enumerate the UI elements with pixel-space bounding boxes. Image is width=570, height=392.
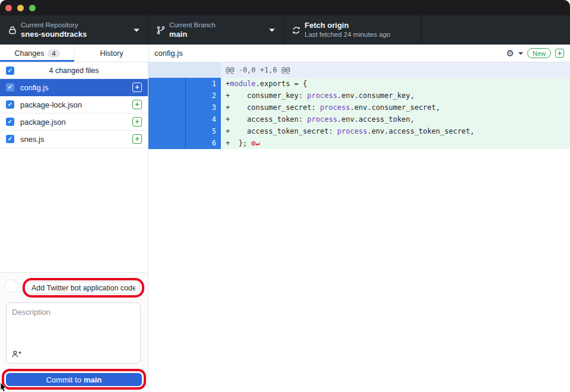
- diff-added-icon: +: [555, 49, 564, 58]
- current-branch-dropdown[interactable]: Current Branch main: [148, 15, 284, 45]
- lock-icon: [8, 26, 17, 35]
- toolbar: Current Repository snes-soundtracks Curr…: [0, 15, 570, 45]
- git-branch-icon: [156, 26, 166, 35]
- fetch-origin-button[interactable]: Fetch origin Last fetched 24 minutes ago: [284, 15, 422, 45]
- file-name: config.js: [20, 83, 132, 92]
- diff-gutter-old[interactable]: [148, 90, 185, 102]
- diff-hunk-text: @@ -0,0 +1,6 @@: [221, 62, 570, 78]
- diff-gutter-old[interactable]: [148, 125, 185, 137]
- close-button[interactable]: [5, 5, 12, 11]
- chevron-down-icon[interactable]: [518, 52, 523, 55]
- commit-button[interactable]: Commit to main: [6, 373, 142, 386]
- diff-gutter-new[interactable]: 6: [185, 137, 221, 149]
- zoom-button[interactable]: [29, 5, 36, 11]
- file-name: snes.js: [20, 135, 132, 144]
- diff-code-text: +module.exports = {: [221, 78, 570, 90]
- file-added-icon: +: [132, 134, 142, 144]
- minimize-button[interactable]: [17, 5, 24, 11]
- file-added-icon: +: [132, 117, 142, 127]
- fetch-subtitle: Last fetched 24 minutes ago: [305, 30, 391, 39]
- tab-history-label: History: [100, 49, 124, 58]
- diff-hunk-gutter: [148, 62, 221, 78]
- file-row-package.json[interactable]: ✓package.json+: [0, 113, 148, 131]
- diff-gutter-old[interactable]: [148, 113, 185, 125]
- file-added-icon: +: [132, 83, 142, 92]
- description-input[interactable]: [7, 303, 140, 348]
- diff-gutter-new[interactable]: 3: [185, 102, 221, 113]
- diff-pane: @@ -0,0 +1,6 @@ 1+module.exports = {2+ c…: [148, 62, 570, 392]
- diff-gutter-new[interactable]: 4: [185, 113, 221, 125]
- diff-gutter-old[interactable]: [148, 102, 185, 113]
- mouse-cursor: [0, 382, 8, 392]
- avatar: [4, 279, 18, 293]
- diff-line-6[interactable]: 6+ }; ⊘↵: [148, 137, 570, 149]
- diff-header: config.js ⚙ New +: [148, 45, 570, 62]
- summary-input[interactable]: [27, 282, 140, 294]
- repository-name: snes-soundtracks: [21, 30, 87, 39]
- tab-changes-label: Changes: [14, 49, 44, 58]
- changed-files-header: ✓ 4 changed files: [0, 62, 148, 79]
- file-row-snes.js[interactable]: ✓snes.js+: [0, 131, 148, 148]
- new-status-badge: New: [527, 48, 551, 58]
- diff-code-text: + consumer_key: process.env.consumer_key…: [221, 90, 570, 102]
- diff-line-2[interactable]: 2+ consumer_key: process.env.consumer_ke…: [148, 90, 570, 102]
- chevron-down-icon: [269, 29, 275, 31]
- file-row-config.js[interactable]: ✓config.js+: [0, 79, 148, 96]
- diff-gutter-old[interactable]: [148, 137, 185, 149]
- diff-gutter-old[interactable]: [148, 78, 185, 90]
- branch-label: Current Branch: [169, 21, 216, 29]
- file-checkbox[interactable]: ✓: [6, 83, 14, 91]
- changed-files-list: ✓config.js+✓package-lock.json+✓package.j…: [0, 79, 148, 148]
- tab-history[interactable]: History: [74, 45, 148, 62]
- file-name: package-lock.json: [20, 100, 132, 109]
- person-add-icon[interactable]: [11, 349, 22, 359]
- diff-code-text: + consumer_secret: process.env.consumer_…: [221, 102, 570, 113]
- diff-gutter-new[interactable]: 2: [185, 90, 221, 102]
- diff-file-title: config.js: [154, 49, 506, 58]
- diff-lines: 1+module.exports = {2+ consumer_key: pro…: [148, 78, 570, 149]
- diff-code-text: + access_token: process.env.access_token…: [221, 113, 570, 125]
- diff-line-1[interactable]: 1+module.exports = {: [148, 78, 570, 90]
- commit-button-label: Commit to: [46, 375, 81, 384]
- branch-name: main: [169, 30, 216, 39]
- diff-gutter-new[interactable]: 1: [185, 78, 221, 90]
- sidebar-tabs: Changes 4 History: [0, 45, 148, 62]
- diff-line-4[interactable]: 4+ access_token: process.env.access_toke…: [148, 113, 570, 125]
- repository-label: Current Repository: [21, 21, 87, 29]
- current-repository-dropdown[interactable]: Current Repository snes-soundtracks: [0, 15, 148, 45]
- diff-code-text: + }; ⊘↵: [221, 137, 570, 149]
- select-all-checkbox[interactable]: ✓: [6, 67, 14, 75]
- commit-button-branch: main: [84, 375, 102, 384]
- file-added-icon: +: [132, 100, 142, 109]
- diff-code-text: + access_token_secret: process.env.acces…: [221, 125, 570, 137]
- changes-sidebar: ✓ 4 changed files ✓config.js+✓package-lo…: [0, 62, 148, 392]
- gear-icon[interactable]: ⚙: [506, 49, 514, 58]
- description-box: [6, 302, 141, 363]
- changed-files-label: 4 changed files: [49, 67, 99, 75]
- changes-count-badge: 4: [48, 49, 59, 58]
- diff-gutter-new[interactable]: 5: [185, 125, 221, 137]
- file-name: package.json: [20, 118, 132, 127]
- fetch-title: Fetch origin: [305, 21, 391, 30]
- file-row-package-lock.json[interactable]: ✓package-lock.json+: [0, 96, 148, 113]
- file-checkbox[interactable]: ✓: [6, 100, 14, 109]
- file-checkbox[interactable]: ✓: [6, 135, 14, 143]
- diff-hunk-header: @@ -0,0 +1,6 @@: [148, 62, 570, 78]
- sync-icon: [292, 26, 301, 35]
- titlebar: [0, 0, 570, 15]
- tab-changes[interactable]: Changes 4: [0, 45, 74, 62]
- chevron-down-icon: [134, 29, 140, 31]
- github-desktop-window: Current Repository snes-soundtracks Curr…: [0, 0, 570, 392]
- diff-line-3[interactable]: 3+ consumer_secret: process.env.consumer…: [148, 102, 570, 113]
- file-checkbox[interactable]: ✓: [6, 118, 14, 126]
- commit-area: Commit to main: [0, 272, 148, 392]
- diff-line-5[interactable]: 5+ access_token_secret: process.env.acce…: [148, 125, 570, 137]
